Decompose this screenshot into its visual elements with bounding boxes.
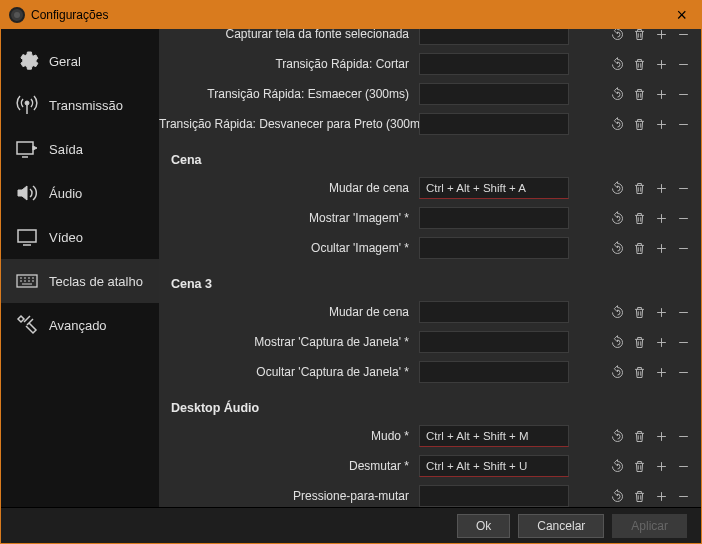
ok-button[interactable]: Ok bbox=[457, 514, 510, 538]
trash-icon[interactable] bbox=[629, 84, 649, 104]
revert-icon[interactable] bbox=[607, 486, 627, 506]
sidebar-item-label: Áudio bbox=[49, 186, 82, 201]
svg-point-0 bbox=[25, 101, 29, 105]
hotkey-row: Mudo * Ctrl + Alt + Shift + M bbox=[159, 421, 701, 451]
plus-icon[interactable] bbox=[651, 178, 671, 198]
revert-icon[interactable] bbox=[607, 54, 627, 74]
revert-icon[interactable] bbox=[607, 238, 627, 258]
titlebar: Configurações × bbox=[1, 1, 701, 29]
settings-sidebar: Geral Transmissão Saída Áudio Vídeo Tecl… bbox=[1, 29, 159, 507]
svg-rect-2 bbox=[18, 230, 36, 242]
hotkey-label: Mostrar 'Captura de Janela' * bbox=[159, 335, 419, 349]
minus-icon[interactable] bbox=[673, 84, 693, 104]
plus-icon[interactable] bbox=[651, 238, 671, 258]
svg-rect-1 bbox=[17, 142, 33, 154]
trash-icon[interactable] bbox=[629, 208, 649, 228]
sidebar-item-general[interactable]: Geral bbox=[1, 39, 159, 83]
revert-icon[interactable] bbox=[607, 426, 627, 446]
sidebar-item-label: Teclas de atalho bbox=[49, 274, 143, 289]
revert-icon[interactable] bbox=[607, 114, 627, 134]
trash-icon[interactable] bbox=[629, 486, 649, 506]
plus-icon[interactable] bbox=[651, 114, 671, 134]
sidebar-item-output[interactable]: Saída bbox=[1, 127, 159, 171]
revert-icon[interactable] bbox=[607, 29, 627, 44]
hotkey-input[interactable]: Ctrl + Alt + Shift + A bbox=[419, 177, 569, 199]
hotkey-input[interactable]: Ctrl + Alt + Shift + U bbox=[419, 455, 569, 477]
hotkey-input[interactable] bbox=[419, 361, 569, 383]
revert-icon[interactable] bbox=[607, 362, 627, 382]
hotkey-label: Pressione-para-mutar bbox=[159, 489, 419, 503]
revert-icon[interactable] bbox=[607, 84, 627, 104]
revert-icon[interactable] bbox=[607, 302, 627, 322]
minus-icon[interactable] bbox=[673, 208, 693, 228]
revert-icon[interactable] bbox=[607, 456, 627, 476]
hotkey-input[interactable] bbox=[419, 301, 569, 323]
cancel-button[interactable]: Cancelar bbox=[518, 514, 604, 538]
hotkey-input[interactable] bbox=[419, 485, 569, 507]
hotkey-label: Mudo * bbox=[159, 429, 419, 443]
trash-icon[interactable] bbox=[629, 456, 649, 476]
plus-icon[interactable] bbox=[651, 362, 671, 382]
hotkey-label: Mudar de cena bbox=[159, 305, 419, 319]
minus-icon[interactable] bbox=[673, 238, 693, 258]
hotkey-row: Capturar tela da fonte selecionada bbox=[159, 29, 701, 49]
trash-icon[interactable] bbox=[629, 114, 649, 134]
close-icon[interactable]: × bbox=[670, 5, 693, 26]
trash-icon[interactable] bbox=[629, 178, 649, 198]
hotkey-input[interactable] bbox=[419, 331, 569, 353]
trash-icon[interactable] bbox=[629, 426, 649, 446]
hotkey-label: Desmutar * bbox=[159, 459, 419, 473]
plus-icon[interactable] bbox=[651, 208, 671, 228]
hotkey-label: Transição Rápida: Desvanecer para Preto … bbox=[159, 117, 419, 131]
plus-icon[interactable] bbox=[651, 302, 671, 322]
plus-icon[interactable] bbox=[651, 332, 671, 352]
sidebar-item-audio[interactable]: Áudio bbox=[1, 171, 159, 215]
sidebar-item-video[interactable]: Vídeo bbox=[1, 215, 159, 259]
plus-icon[interactable] bbox=[651, 486, 671, 506]
minus-icon[interactable] bbox=[673, 114, 693, 134]
sidebar-item-stream[interactable]: Transmissão bbox=[1, 83, 159, 127]
trash-icon[interactable] bbox=[629, 332, 649, 352]
hotkey-input[interactable] bbox=[419, 207, 569, 229]
trash-icon[interactable] bbox=[629, 54, 649, 74]
minus-icon[interactable] bbox=[673, 178, 693, 198]
hotkey-label: Ocultar 'Captura de Janela' * bbox=[159, 365, 419, 379]
minus-icon[interactable] bbox=[673, 29, 693, 44]
hotkey-row: Mostrar 'Imagem' * bbox=[159, 203, 701, 233]
plus-icon[interactable] bbox=[651, 54, 671, 74]
minus-icon[interactable] bbox=[673, 302, 693, 322]
minus-icon[interactable] bbox=[673, 54, 693, 74]
gear-icon bbox=[15, 49, 39, 73]
plus-icon[interactable] bbox=[651, 84, 671, 104]
hotkey-input[interactable] bbox=[419, 237, 569, 259]
hotkey-label: Capturar tela da fonte selecionada bbox=[159, 29, 419, 41]
trash-icon[interactable] bbox=[629, 238, 649, 258]
hotkey-input[interactable]: Ctrl + Alt + Shift + M bbox=[419, 425, 569, 447]
minus-icon[interactable] bbox=[673, 456, 693, 476]
minus-icon[interactable] bbox=[673, 332, 693, 352]
hotkey-input[interactable] bbox=[419, 113, 569, 135]
hotkey-input[interactable] bbox=[419, 29, 569, 45]
plus-icon[interactable] bbox=[651, 456, 671, 476]
hotkey-input[interactable] bbox=[419, 83, 569, 105]
revert-icon[interactable] bbox=[607, 332, 627, 352]
hotkey-row: Pressione-para-mutar bbox=[159, 481, 701, 507]
minus-icon[interactable] bbox=[673, 362, 693, 382]
revert-icon[interactable] bbox=[607, 178, 627, 198]
minus-icon[interactable] bbox=[673, 486, 693, 506]
sidebar-item-label: Transmissão bbox=[49, 98, 123, 113]
sidebar-item-hotkeys[interactable]: Teclas de atalho bbox=[1, 259, 159, 303]
trash-icon[interactable] bbox=[629, 362, 649, 382]
section-title: Desktop Áudio bbox=[159, 387, 701, 421]
trash-icon[interactable] bbox=[629, 29, 649, 44]
app-logo-icon bbox=[9, 7, 25, 23]
sidebar-item-advanced[interactable]: Avançado bbox=[1, 303, 159, 347]
minus-icon[interactable] bbox=[673, 426, 693, 446]
hotkey-row: Ocultar 'Imagem' * bbox=[159, 233, 701, 263]
plus-icon[interactable] bbox=[651, 426, 671, 446]
hotkey-row: Mudar de cena bbox=[159, 297, 701, 327]
hotkey-input[interactable] bbox=[419, 53, 569, 75]
trash-icon[interactable] bbox=[629, 302, 649, 322]
plus-icon[interactable] bbox=[651, 29, 671, 44]
revert-icon[interactable] bbox=[607, 208, 627, 228]
